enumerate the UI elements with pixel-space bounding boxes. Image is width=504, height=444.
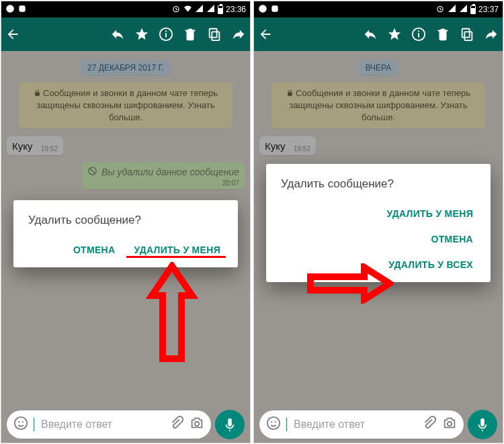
svg-point-10 — [18, 421, 19, 423]
alarm-icon — [435, 4, 445, 15]
forward-icon[interactable] — [231, 27, 246, 42]
svg-point-12 — [195, 422, 199, 426]
status-bar: 23:36 — [1, 1, 250, 17]
dialog-title: Удалить сообщение? — [281, 177, 476, 191]
annotation-arrow-up — [144, 262, 200, 365]
status-clock: 23:36 — [226, 5, 246, 14]
input-placeholder: Введите ответ — [41, 418, 164, 431]
annotation-underline — [126, 256, 226, 258]
message-input[interactable]: Введите ответ — [259, 410, 464, 439]
encryption-text: Сообщения и звонки в данном чате теперь … — [289, 88, 470, 122]
input-placeholder: Введите ответ — [294, 418, 417, 431]
svg-point-0 — [6, 5, 14, 13]
dialog-title: Удалить сообщение? — [28, 214, 223, 227]
svg-point-22 — [271, 421, 272, 423]
svg-rect-17 — [418, 33, 419, 37]
svg-point-23 — [275, 421, 276, 423]
attach-icon[interactable] — [169, 416, 184, 433]
encryption-text: Сообщения и звонки в данном чате теперь … — [36, 88, 218, 122]
blocked-icon — [87, 166, 97, 178]
info-icon[interactable] — [159, 27, 173, 42]
input-bar: Введите ответ — [1, 406, 250, 443]
svg-point-11 — [22, 421, 24, 423]
date-pill: ВЧЕРА — [359, 60, 398, 75]
delete-for-me-button[interactable]: УДАЛИТЬ У МЕНЯ — [384, 203, 476, 224]
svg-rect-14 — [271, 5, 278, 11]
cancel-button[interactable]: ОТМЕНА — [71, 239, 118, 261]
signal-icon — [448, 4, 456, 15]
lock-icon — [286, 88, 294, 100]
back-icon[interactable] — [5, 27, 20, 42]
emoji-icon[interactable] — [266, 416, 281, 433]
cancel-button[interactable]: ОТМЕНА — [429, 228, 476, 250]
date-pill: 27 ДЕКАБРЯ 2017 Г. — [81, 60, 171, 75]
message-incoming[interactable]: Куку 19:52 — [7, 136, 63, 155]
svg-rect-18 — [418, 31, 419, 32]
encryption-notice[interactable]: Сообщения и звонки в данном чате теперь … — [19, 82, 233, 128]
annotation-arrow-right — [306, 263, 394, 306]
svg-rect-7 — [210, 29, 217, 38]
svg-rect-1 — [19, 5, 25, 11]
svg-rect-5 — [165, 31, 167, 32]
deleted-text: Вы удалили данное сообщение — [101, 167, 239, 177]
attach-icon[interactable] — [422, 416, 437, 433]
message-outgoing-deleted[interactable]: Вы удалили данное сообщение 20:07 — [82, 162, 245, 189]
viber-icon — [258, 4, 267, 15]
camera-icon[interactable] — [442, 416, 457, 433]
copy-icon[interactable] — [460, 27, 474, 42]
phone-left: 23:36 27 ДЕКАБРЯ 2017 Г. Сообщения и зво… — [1, 1, 250, 443]
forward-icon[interactable] — [484, 27, 499, 42]
app-icon — [17, 4, 27, 15]
signal-icon-2 — [206, 4, 215, 15]
message-time: 20:07 — [87, 179, 239, 187]
svg-rect-19 — [464, 32, 472, 40]
svg-rect-20 — [462, 29, 470, 38]
text-cursor — [286, 418, 287, 431]
svg-rect-6 — [212, 32, 219, 40]
copy-icon[interactable] — [207, 27, 222, 42]
svg-point-13 — [259, 5, 267, 13]
svg-point-24 — [448, 422, 452, 426]
emoji-icon[interactable] — [13, 416, 28, 433]
message-time: 19:52 — [41, 145, 58, 152]
camera-icon[interactable] — [190, 416, 204, 433]
reply-icon[interactable] — [363, 27, 378, 42]
delete-for-everyone-button[interactable]: УДАЛИТЬ У ВСЕХ — [386, 254, 476, 275]
battery-icon — [218, 5, 223, 14]
message-time: 19:52 — [294, 145, 310, 152]
info-icon[interactable] — [411, 27, 426, 42]
encryption-notice[interactable]: Сообщения и звонки в данном чате теперь … — [271, 82, 486, 128]
star-icon[interactable] — [134, 27, 149, 42]
delete-icon[interactable] — [435, 27, 450, 42]
signal-icon — [195, 4, 204, 15]
app-icon — [270, 4, 280, 15]
svg-point-9 — [15, 417, 27, 429]
selection-toolbar — [1, 17, 250, 51]
text-cursor — [34, 418, 34, 431]
alarm-icon — [171, 4, 181, 15]
input-bar: Введите ответ — [254, 406, 503, 443]
viber-icon — [5, 4, 15, 15]
status-clock: 23:37 — [478, 5, 499, 14]
status-bar: 23:37 — [254, 1, 503, 17]
phone-right: 23:37 ВЧЕРА Сообщения и звонки в данном … — [254, 1, 503, 443]
svg-rect-4 — [165, 33, 167, 37]
message-text: Куку — [265, 140, 285, 152]
star-icon[interactable] — [387, 27, 402, 42]
svg-point-21 — [267, 417, 280, 429]
lock-icon — [34, 88, 41, 100]
back-icon[interactable] — [258, 27, 273, 42]
selection-toolbar — [254, 17, 503, 51]
message-text: Куку — [12, 140, 32, 152]
delete-icon[interactable] — [183, 27, 198, 42]
battery-icon — [470, 5, 476, 14]
message-input[interactable]: Введите ответ — [7, 410, 211, 439]
signal-icon-2 — [459, 4, 468, 15]
wifi-icon — [183, 4, 192, 15]
mic-button[interactable] — [468, 410, 497, 439]
message-incoming[interactable]: Куку 19:52 — [259, 136, 316, 155]
reply-icon[interactable] — [110, 27, 125, 42]
mic-button[interactable] — [215, 410, 245, 439]
